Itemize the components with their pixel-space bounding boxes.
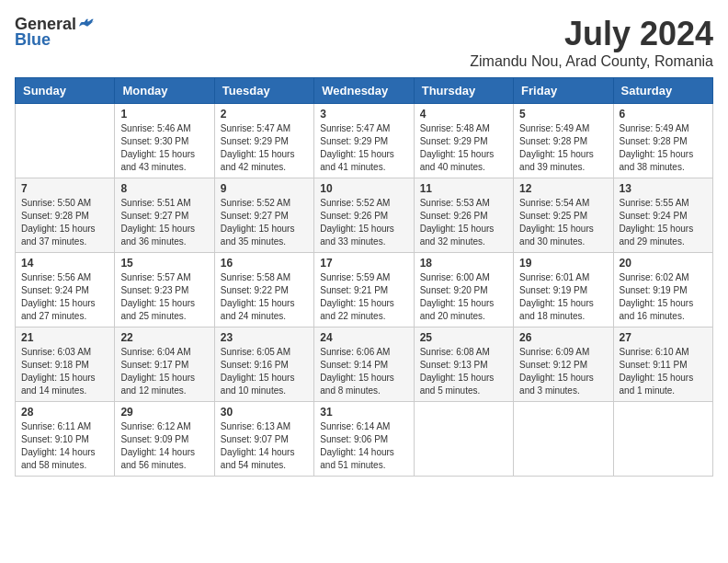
day-info: Sunrise: 6:13 AM Sunset: 9:07 PM Dayligh… — [221, 420, 308, 472]
weekday-header-friday: Friday — [514, 78, 613, 104]
day-info: Sunrise: 6:09 AM Sunset: 9:12 PM Dayligh… — [519, 346, 607, 397]
calendar-cell: 20Sunrise: 6:02 AM Sunset: 9:19 PM Dayli… — [613, 253, 712, 327]
day-info: Sunrise: 5:53 AM Sunset: 9:26 PM Dayligh… — [420, 197, 507, 248]
calendar-cell: 23Sunrise: 6:05 AM Sunset: 9:16 PM Dayli… — [214, 327, 313, 402]
day-info: Sunrise: 5:57 AM Sunset: 9:23 PM Dayligh… — [120, 271, 208, 323]
day-number: 4 — [420, 108, 507, 121]
calendar-cell: 12Sunrise: 5:54 AM Sunset: 9:25 PM Dayli… — [514, 178, 613, 253]
calendar-cell: 6Sunrise: 5:49 AM Sunset: 9:28 PM Daylig… — [613, 104, 712, 178]
day-number: 11 — [420, 182, 507, 195]
day-info: Sunrise: 6:10 AM Sunset: 9:11 PM Dayligh… — [620, 346, 707, 397]
calendar-cell: 7Sunrise: 5:50 AM Sunset: 9:28 PM Daylig… — [16, 178, 115, 253]
weekday-header-sunday: Sunday — [16, 78, 115, 104]
calendar-table: SundayMondayTuesdayWednesdayThursdayFrid… — [15, 77, 713, 477]
title-section: July 2024 Zimandu Nou, Arad County, Roma… — [470, 15, 713, 70]
calendar-cell: 5Sunrise: 5:49 AM Sunset: 9:28 PM Daylig… — [514, 104, 613, 178]
weekday-header-monday: Monday — [115, 78, 214, 104]
calendar-cell: 31Sunrise: 6:14 AM Sunset: 9:06 PM Dayli… — [314, 402, 414, 477]
calendar-header-row: SundayMondayTuesdayWednesdayThursdayFrid… — [16, 78, 713, 104]
day-info: Sunrise: 5:49 AM Sunset: 9:28 PM Dayligh… — [620, 122, 707, 174]
day-info: Sunrise: 5:52 AM Sunset: 9:27 PM Dayligh… — [221, 197, 308, 248]
day-number: 21 — [21, 331, 108, 344]
day-number: 1 — [120, 108, 208, 121]
calendar-cell: 15Sunrise: 5:57 AM Sunset: 9:23 PM Dayli… — [115, 253, 214, 327]
page-header: General Blue July 2024 Zimandu Nou, Arad… — [15, 15, 713, 70]
calendar-cell: 10Sunrise: 5:52 AM Sunset: 9:26 PM Dayli… — [314, 178, 414, 253]
calendar-cell: 2Sunrise: 5:47 AM Sunset: 9:29 PM Daylig… — [214, 104, 313, 178]
day-number: 15 — [120, 257, 208, 270]
day-number: 20 — [620, 257, 707, 270]
calendar-cell: 28Sunrise: 6:11 AM Sunset: 9:10 PM Dayli… — [16, 402, 115, 477]
day-number: 12 — [519, 182, 607, 195]
day-info: Sunrise: 6:01 AM Sunset: 9:19 PM Dayligh… — [519, 271, 607, 323]
calendar-cell — [16, 104, 115, 178]
day-info: Sunrise: 6:11 AM Sunset: 9:10 PM Dayligh… — [21, 420, 108, 472]
calendar-cell: 27Sunrise: 6:10 AM Sunset: 9:11 PM Dayli… — [613, 327, 712, 402]
day-info: Sunrise: 5:55 AM Sunset: 9:24 PM Dayligh… — [620, 197, 707, 248]
calendar-cell: 14Sunrise: 5:56 AM Sunset: 9:24 PM Dayli… — [16, 253, 115, 327]
day-number: 27 — [620, 331, 707, 344]
calendar-cell: 3Sunrise: 5:47 AM Sunset: 9:29 PM Daylig… — [314, 104, 414, 178]
day-info: Sunrise: 5:47 AM Sunset: 9:29 PM Dayligh… — [221, 122, 308, 174]
day-number: 17 — [320, 257, 407, 270]
day-number: 10 — [320, 182, 407, 195]
day-number: 25 — [420, 331, 507, 344]
day-number: 9 — [221, 182, 308, 195]
day-info: Sunrise: 5:52 AM Sunset: 9:26 PM Dayligh… — [320, 197, 407, 248]
logo-blue: Blue — [15, 30, 51, 50]
day-number: 22 — [120, 331, 208, 344]
calendar-week-row: 7Sunrise: 5:50 AM Sunset: 9:28 PM Daylig… — [16, 178, 713, 253]
day-number: 5 — [519, 108, 607, 121]
day-info: Sunrise: 5:51 AM Sunset: 9:27 PM Dayligh… — [120, 197, 208, 248]
calendar-cell: 16Sunrise: 5:58 AM Sunset: 9:22 PM Dayli… — [214, 253, 313, 327]
day-number: 23 — [221, 331, 308, 344]
calendar-week-row: 1Sunrise: 5:46 AM Sunset: 9:30 PM Daylig… — [16, 104, 713, 178]
calendar-cell: 18Sunrise: 6:00 AM Sunset: 9:20 PM Dayli… — [414, 253, 513, 327]
calendar-cell — [414, 402, 513, 477]
day-number: 14 — [21, 257, 108, 270]
day-number: 26 — [519, 331, 607, 344]
calendar-cell: 4Sunrise: 5:48 AM Sunset: 9:29 PM Daylig… — [414, 104, 513, 178]
day-number: 30 — [221, 406, 308, 419]
day-info: Sunrise: 6:00 AM Sunset: 9:20 PM Dayligh… — [420, 271, 507, 323]
day-number: 13 — [620, 182, 707, 195]
day-info: Sunrise: 6:05 AM Sunset: 9:16 PM Dayligh… — [221, 346, 308, 397]
location-title: Zimandu Nou, Arad County, Romania — [470, 53, 713, 70]
day-info: Sunrise: 6:08 AM Sunset: 9:13 PM Dayligh… — [420, 346, 507, 397]
calendar-cell: 22Sunrise: 6:04 AM Sunset: 9:17 PM Dayli… — [115, 327, 214, 402]
day-info: Sunrise: 6:02 AM Sunset: 9:19 PM Dayligh… — [620, 271, 707, 323]
day-info: Sunrise: 5:47 AM Sunset: 9:29 PM Dayligh… — [320, 122, 407, 174]
calendar-cell: 21Sunrise: 6:03 AM Sunset: 9:18 PM Dayli… — [16, 327, 115, 402]
day-info: Sunrise: 5:58 AM Sunset: 9:22 PM Dayligh… — [221, 271, 308, 323]
day-number: 8 — [120, 182, 208, 195]
calendar-cell: 24Sunrise: 6:06 AM Sunset: 9:14 PM Dayli… — [314, 327, 414, 402]
day-number: 29 — [120, 406, 208, 419]
day-number: 16 — [221, 257, 308, 270]
day-info: Sunrise: 5:59 AM Sunset: 9:21 PM Dayligh… — [320, 271, 407, 323]
calendar-cell: 8Sunrise: 5:51 AM Sunset: 9:27 PM Daylig… — [115, 178, 214, 253]
calendar-cell: 29Sunrise: 6:12 AM Sunset: 9:09 PM Dayli… — [115, 402, 214, 477]
weekday-header-tuesday: Tuesday — [214, 78, 313, 104]
day-number: 28 — [21, 406, 108, 419]
calendar-cell: 19Sunrise: 6:01 AM Sunset: 9:19 PM Dayli… — [514, 253, 613, 327]
calendar-week-row: 21Sunrise: 6:03 AM Sunset: 9:18 PM Dayli… — [16, 327, 713, 402]
day-number: 2 — [221, 108, 308, 121]
day-number: 31 — [320, 406, 407, 419]
day-info: Sunrise: 6:06 AM Sunset: 9:14 PM Dayligh… — [320, 346, 407, 397]
logo-bird-icon — [78, 16, 97, 34]
day-info: Sunrise: 6:14 AM Sunset: 9:06 PM Dayligh… — [320, 420, 407, 472]
day-info: Sunrise: 5:48 AM Sunset: 9:29 PM Dayligh… — [420, 122, 507, 174]
day-info: Sunrise: 6:12 AM Sunset: 9:09 PM Dayligh… — [120, 420, 208, 472]
day-info: Sunrise: 5:46 AM Sunset: 9:30 PM Dayligh… — [120, 122, 208, 174]
calendar-week-row: 14Sunrise: 5:56 AM Sunset: 9:24 PM Dayli… — [16, 253, 713, 327]
weekday-header-thursday: Thursday — [414, 78, 513, 104]
weekday-header-wednesday: Wednesday — [314, 78, 414, 104]
day-info: Sunrise: 5:54 AM Sunset: 9:25 PM Dayligh… — [519, 197, 607, 248]
calendar-cell: 11Sunrise: 5:53 AM Sunset: 9:26 PM Dayli… — [414, 178, 513, 253]
day-number: 7 — [21, 182, 108, 195]
calendar-cell — [613, 402, 712, 477]
calendar-cell: 26Sunrise: 6:09 AM Sunset: 9:12 PM Dayli… — [514, 327, 613, 402]
day-info: Sunrise: 5:49 AM Sunset: 9:28 PM Dayligh… — [519, 122, 607, 174]
day-number: 24 — [320, 331, 407, 344]
day-info: Sunrise: 5:56 AM Sunset: 9:24 PM Dayligh… — [21, 271, 108, 323]
